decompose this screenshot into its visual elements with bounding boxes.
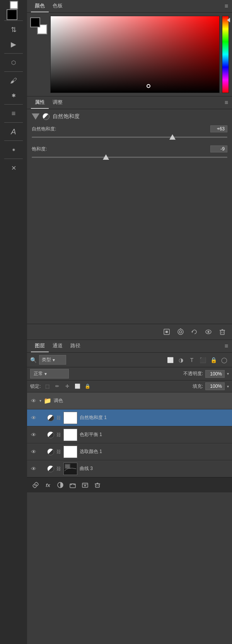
layer-item-colorbalance1[interactable]: 👁 ⛓ 色彩平衡 1 <box>27 426 232 443</box>
add-group-btn[interactable] <box>67 480 78 490</box>
reset-btn[interactable] <box>189 326 200 337</box>
tool-play[interactable]: ▶ <box>6 37 21 51</box>
toolbar-separator-7 <box>4 159 23 159</box>
tool-close[interactable]: ✕ <box>6 161 21 175</box>
opacity-dropdown-arrow[interactable]: ▾ <box>227 372 229 376</box>
filter-smart-btn[interactable]: 🔒 <box>209 355 218 365</box>
lock-label: 锁定: <box>30 383 41 390</box>
fill-label: 填充: <box>193 383 203 390</box>
curves-thumb-svg <box>64 463 77 475</box>
delete-btn[interactable] <box>217 326 228 337</box>
layer-adj-icon-curves3 <box>47 465 54 472</box>
filter-pixel-btn[interactable]: ⬜ <box>165 355 175 365</box>
new-group-icon <box>69 482 76 488</box>
fill-value[interactable]: 100% <box>205 382 225 390</box>
blend-mode-row: 正常 ▾ 不透明度: 100% ▾ <box>27 367 232 380</box>
tool-cursor[interactable]: ⁕ <box>6 143 21 157</box>
toolbar-separator-1 <box>4 20 23 21</box>
vibrance-line <box>32 137 227 138</box>
tool-arrows[interactable]: ⇅ <box>6 23 21 37</box>
tab-paths[interactable]: 路径 <box>67 340 84 352</box>
vibrance-label: 自然饱和度: <box>32 126 56 132</box>
layer-item-vibrance1[interactable]: 👁 ⛓ 自然饱和度 1 <box>27 409 232 426</box>
color-swatches[interactable] <box>7 5 20 17</box>
saturation-thumb[interactable] <box>103 154 109 160</box>
tab-adjustments[interactable]: 调整 <box>49 96 67 109</box>
vibrance-value[interactable]: +63 <box>210 125 227 132</box>
lock-transparency-btn[interactable]: ⬚ <box>43 382 51 390</box>
new-layer-btn[interactable] <box>80 480 90 490</box>
layer-link-vibrance1[interactable]: ⛓ <box>56 415 61 421</box>
svg-rect-1 <box>165 331 168 333</box>
tab-layers[interactable]: 图层 <box>31 340 49 352</box>
saturation-track[interactable] <box>32 154 227 160</box>
tab-color[interactable]: 颜色 <box>31 0 49 12</box>
filter-adj-btn[interactable]: ◑ <box>176 355 186 365</box>
vibrance-track[interactable] <box>32 134 227 140</box>
layer-name-curves3: 曲线 3 <box>80 465 229 472</box>
layer-eye-selectivecolor1[interactable]: 👁 <box>30 448 37 455</box>
foreground-color-swatch[interactable] <box>7 9 17 20</box>
tab-swatches[interactable]: 色板 <box>49 0 67 12</box>
lock-move-btn[interactable]: ✛ <box>63 382 72 390</box>
filter-icons-row: ⬜ ◑ T ⬛ 🔒 ◯ <box>165 355 229 365</box>
clip-to-layer-btn[interactable] <box>161 326 172 337</box>
layer-eye-curves3[interactable]: 👁 <box>30 465 37 472</box>
tool-list[interactable]: ≡ <box>6 106 21 120</box>
eye-icon <box>205 328 212 336</box>
svg-rect-7 <box>220 330 224 335</box>
link-layers-btn[interactable] <box>30 480 41 490</box>
layer-link-colorbalance1[interactable]: ⛓ <box>56 432 61 438</box>
filter-search-icon: 🔍 <box>30 357 37 363</box>
filter-off-btn[interactable]: ◯ <box>220 355 229 365</box>
visibility-cycle-btn[interactable] <box>175 326 186 337</box>
color-panel: 颜色 色板 ≡ <box>27 0 232 96</box>
layer-link-selectivecolor1[interactable]: ⛓ <box>56 449 61 455</box>
tab-channels[interactable]: 通道 <box>49 340 67 352</box>
layer-item-curves3[interactable]: 👁 ⛓ 曲线 3 <box>27 460 232 477</box>
opacity-value[interactable]: 100% <box>205 370 225 378</box>
toolbar-separator-6 <box>4 140 23 141</box>
adjustment-icon <box>43 113 49 120</box>
lock-all-btn[interactable]: 🔒 <box>83 382 92 390</box>
delete-layer-btn[interactable] <box>92 480 103 490</box>
blend-mode-dropdown[interactable]: 正常 ▾ <box>30 369 69 379</box>
saturation-value[interactable]: -9 <box>210 145 227 152</box>
add-mask-btn[interactable] <box>55 480 66 490</box>
layer-link-curves3[interactable]: ⛓ <box>56 466 61 472</box>
tool-shapes[interactable]: ⬡ <box>6 56 21 69</box>
fill-dropdown-arrow[interactable]: ▾ <box>227 384 229 389</box>
layer-eye-colorbalance1[interactable]: 👁 <box>30 431 37 438</box>
tool-text[interactable]: A <box>6 125 21 139</box>
vibrance-header: 自然饱和度 <box>32 113 227 120</box>
layer-item-group-tiaose[interactable]: 👁 ▾ 📁 调色 <box>27 392 232 409</box>
layer-eye-vibrance1[interactable]: 👁 <box>30 414 37 421</box>
hue-slider[interactable] <box>222 16 229 93</box>
lock-paint-btn[interactable]: ✏ <box>53 382 61 390</box>
tool-stamp[interactable]: ✱ <box>6 88 21 102</box>
add-effects-btn[interactable]: fx <box>43 480 53 490</box>
filter-text-btn[interactable]: T <box>187 355 196 365</box>
vibrance-thumb[interactable] <box>169 134 176 140</box>
lock-artboard-btn[interactable]: ⬜ <box>73 382 82 390</box>
blend-mode-label: 正常 <box>34 370 43 377</box>
triangle-icon <box>32 113 39 120</box>
filter-shape-btn[interactable]: ⬛ <box>198 355 207 365</box>
layer-name-colorbalance1: 色彩平衡 1 <box>80 431 229 438</box>
layer-item-selectivecolor1[interactable]: 👁 ⛓ 选取颜色 1 <box>27 443 232 460</box>
layer-eye-tiaose[interactable]: 👁 <box>30 397 37 404</box>
layer-expand-tiaose[interactable]: ▾ <box>39 399 41 403</box>
color-panel-menu[interactable]: ≡ <box>225 3 228 10</box>
eye-visibility-btn[interactable] <box>203 326 214 337</box>
color-panel-tabs: 颜色 色板 ≡ <box>27 0 232 13</box>
tool-brush[interactable]: 🖌 <box>6 74 21 88</box>
color-panel-body <box>27 13 232 96</box>
layers-panel-menu[interactable]: ≡ <box>225 343 228 350</box>
tab-properties[interactable]: 属性 <box>31 96 49 109</box>
small-fg-swatch[interactable] <box>30 17 40 27</box>
color-gradient-box[interactable] <box>50 16 220 93</box>
layer-thumb-selectivecolor1 <box>63 446 77 458</box>
attr-panel-menu[interactable]: ≡ <box>225 99 228 106</box>
background-color-swatch[interactable] <box>10 1 18 9</box>
filter-type-dropdown[interactable]: 类型 ▾ <box>39 355 66 365</box>
